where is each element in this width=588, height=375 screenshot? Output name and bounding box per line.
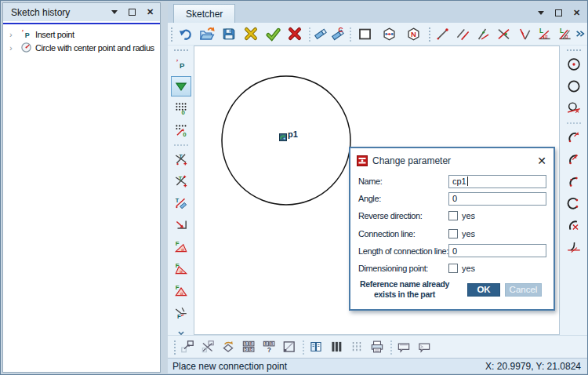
dimensioning-point-checkbox[interactable]: [448, 264, 458, 273]
polygon-n-button[interactable]: N: [401, 24, 426, 44]
circle-radius-icon: [20, 42, 32, 53]
filter-triangle-button[interactable]: [171, 76, 191, 96]
trim-cross-plus-button[interactable]: T: [171, 171, 191, 191]
sketcher-maximize-button[interactable]: [554, 8, 564, 17]
arc-dots-button[interactable]: [564, 171, 584, 191]
angle-length-button[interactable]: Lα: [534, 24, 554, 44]
name-input[interactable]: cp1: [448, 175, 546, 188]
panel-a-button[interactable]: [394, 337, 414, 357]
more-chevron-button[interactable]: [575, 24, 585, 44]
circle-center-button[interactable]: [564, 54, 584, 75]
parallel-line-button[interactable]: [452, 24, 473, 44]
undo-button[interactable]: [174, 24, 196, 44]
panel-a-icon: [396, 339, 412, 355]
f-corner-icon: F: [174, 306, 188, 320]
rotate-view-icon: [220, 339, 236, 355]
confirm-check-button[interactable]: [262, 24, 284, 44]
sketcher-close-button[interactable]: ✕: [572, 8, 582, 17]
ok-button[interactable]: OK: [467, 283, 500, 297]
point-grid-icon: 0: [174, 101, 188, 115]
arc-cross-button[interactable]: [564, 215, 584, 235]
expand-chevron-icon[interactable]: ›: [9, 30, 20, 39]
point-grid-move-button[interactable]: 0: [171, 120, 191, 140]
tree-item[interactable]: ›Circle with center point and radius: [3, 42, 160, 55]
cancel-x-button[interactable]: [240, 24, 262, 44]
print-button[interactable]: [367, 337, 387, 357]
panel-menu-button[interactable]: [109, 8, 119, 17]
point-grid-button[interactable]: 0: [171, 98, 191, 118]
open-button[interactable]: [196, 24, 218, 44]
line-button[interactable]: [432, 24, 452, 44]
line-bisect-button[interactable]: [514, 24, 534, 44]
zoom-off-icon: [200, 339, 216, 355]
f-angle-2-button[interactable]: Fα: [171, 259, 191, 279]
svg-text:0: 0: [181, 109, 185, 115]
reverse-direction-checkbox[interactable]: [448, 211, 458, 220]
panel-b-button[interactable]: [414, 337, 434, 357]
redraw-button[interactable]: [306, 337, 326, 357]
line-angle-button[interactable]: [473, 24, 493, 44]
eraser-c-icon: C: [331, 27, 345, 41]
angle-length2-button[interactable]: Lα: [554, 24, 575, 44]
tab-sketcher[interactable]: Sketcher: [173, 4, 235, 23]
circle-tangent-button[interactable]: [564, 98, 584, 118]
arc-cross-icon: [566, 217, 582, 233]
panel-close-button[interactable]: ✕: [145, 8, 155, 17]
tree-item-label: Insert point: [35, 30, 74, 39]
bars-thin-button[interactable]: [347, 337, 367, 357]
delete-x-button[interactable]: [284, 24, 306, 44]
field-label: Name:: [358, 177, 448, 186]
circle-o-icon: [566, 78, 582, 94]
expand-chevron-icon[interactable]: ›: [9, 43, 20, 53]
arc-arrow-button[interactable]: [564, 127, 584, 147]
corner-arrow-button[interactable]: [171, 215, 191, 235]
zoom-off-button[interactable]: [198, 337, 218, 357]
rectangle-tool-button[interactable]: [353, 24, 377, 44]
panel-maximize-button[interactable]: [127, 8, 137, 17]
tangent-point-icon: [566, 239, 582, 255]
windows-help-button[interactable]: BB?: [259, 337, 279, 357]
windows-tile-icon: BBBB: [241, 339, 256, 355]
erase-t-button[interactable]: T: [171, 193, 191, 213]
f-angle-1-button[interactable]: Fα: [171, 237, 191, 257]
zoom-border-button[interactable]: [279, 337, 299, 357]
arc-arrow2-button[interactable]: [564, 149, 584, 169]
undo-icon: [178, 27, 193, 42]
angle-input[interactable]: 0: [448, 192, 546, 206]
sketcher-window-buttons: ✕: [535, 8, 582, 17]
svg-text:F: F: [175, 262, 179, 269]
tangent-point-button[interactable]: [564, 237, 584, 257]
sketcher-menu-button[interactable]: [535, 8, 546, 17]
tree-item[interactable]: ›’PInsert point: [3, 28, 160, 42]
rotate-view-button[interactable]: [218, 337, 238, 357]
f-angle-3-button[interactable]: Fα: [171, 281, 191, 301]
checkbox-label: yes: [462, 264, 475, 273]
arc-dots2-button[interactable]: [564, 193, 584, 213]
dialog-buttons: OK Cancel: [451, 283, 542, 297]
polygon-points-icon: [382, 27, 397, 42]
connection-line-checkbox[interactable]: [448, 229, 458, 238]
top-toolbar: CNLαLα: [168, 23, 587, 46]
polygon-points-button[interactable]: [377, 24, 401, 44]
line-cross-button[interactable]: [493, 24, 514, 44]
field-value: cp1: [452, 177, 466, 186]
save-button[interactable]: [218, 24, 240, 44]
field-value: 0: [452, 194, 457, 203]
insert-point-button[interactable]: ’P: [171, 54, 191, 75]
point-marker-icon: [280, 134, 287, 141]
eraser-button[interactable]: [312, 24, 329, 44]
zoom-detail-icon: [180, 339, 195, 355]
circle-o-button[interactable]: [564, 76, 584, 96]
trim-cross-button[interactable]: T: [171, 149, 191, 169]
f-corner-button[interactable]: F: [171, 303, 191, 323]
dialog-close-button[interactable]: ✕: [537, 155, 546, 166]
cancel-button[interactable]: Cancel: [505, 283, 542, 297]
length-of-connection-line-input[interactable]: 0: [448, 244, 546, 257]
windows-tile-button[interactable]: BBBB: [238, 337, 259, 357]
zoom-detail-button[interactable]: [177, 337, 198, 357]
bars-bold-button[interactable]: [326, 337, 347, 357]
eraser-c-button[interactable]: C: [329, 24, 347, 44]
parallel-line-icon: [456, 27, 470, 42]
bottom-toolbar: BBBBBB?: [168, 335, 587, 358]
toolbar-separator: [301, 339, 304, 355]
